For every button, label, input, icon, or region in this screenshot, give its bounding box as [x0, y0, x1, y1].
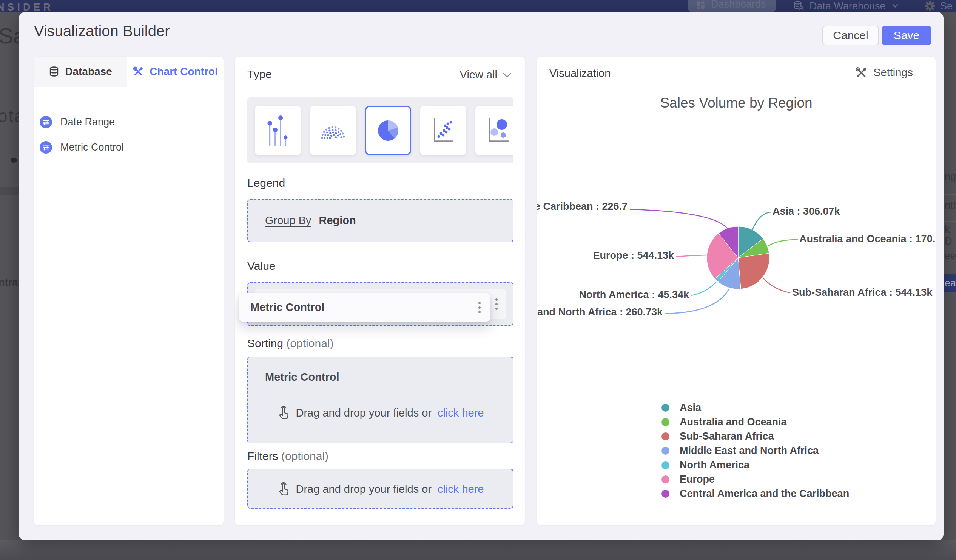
arc-dot-chart-icon	[318, 114, 348, 147]
viz-settings-button[interactable]: Settings	[855, 66, 913, 79]
tab-chart-control[interactable]: Chart Control	[127, 56, 223, 87]
pie-chart-icon	[373, 114, 403, 147]
legend-label: Australia and Oceania	[679, 416, 787, 428]
legend-label: Central America and the Caribbean	[679, 488, 849, 500]
filters-heading: Filters (optional)	[247, 450, 329, 463]
pie-slice-label: Sub-Saharan Africa : 544.13k	[792, 287, 932, 298]
legend-dot	[662, 404, 670, 412]
lollipop-chart-icon	[266, 114, 290, 147]
legend-dot	[662, 475, 670, 483]
legend-item[interactable]: Australia and Oceania	[662, 415, 849, 429]
pie-label-leader	[676, 255, 706, 257]
tab-database-label: Database	[65, 66, 112, 78]
tab-database[interactable]: Database	[34, 56, 127, 87]
legend-item[interactable]: Central America and the Caribbean	[662, 486, 849, 501]
kebab-icon[interactable]	[478, 302, 481, 313]
drag-hand-icon	[277, 482, 290, 496]
tune-icon	[40, 141, 52, 154]
sorting-drop-zone[interactable]: Metric Control Drag and drop your fields…	[247, 357, 514, 443]
gear-icon	[924, 0, 936, 12]
legend-item[interactable]: Europe	[662, 472, 849, 486]
chart-type-pie[interactable]	[365, 106, 411, 155]
legend-dot	[662, 461, 670, 469]
left-panel: Database Chart Control	[34, 56, 223, 525]
dragged-field-card[interactable]: Metric Control	[239, 293, 491, 322]
visualization-builder-modal: Visualization Builder Cancel Save Databa…	[19, 12, 943, 540]
chart-type-lollipop[interactable]	[255, 106, 301, 155]
dropdown-item[interactable]: k D	[945, 224, 956, 247]
scatter-plot-icon	[429, 114, 458, 147]
dashboards-icon	[695, 0, 706, 10]
pie-slice-label: North America : 45.34k	[579, 289, 689, 300]
pie-chart: Asia : 306.07kAustralia and Oceania : 17…	[537, 87, 936, 373]
nav-settings-button[interactable]: Se	[924, 0, 953, 12]
pie-label-leader	[768, 240, 797, 246]
nav-dashboards-button[interactable]: Dashboards	[688, 0, 776, 13]
visualization-heading: Visualization	[549, 67, 610, 80]
dropdown-separator	[943, 195, 956, 195]
dropdown-separator	[943, 221, 956, 221]
legend-item[interactable]: Middle East and North Africa	[662, 443, 849, 458]
kebab-icon[interactable]	[495, 298, 498, 310]
chart-type-arc[interactable]	[310, 106, 356, 155]
pie-label-leader	[764, 279, 790, 293]
dimmed-page-left: Sal ota ntral	[0, 13, 19, 560]
legend-dot	[662, 433, 670, 440]
legend-item[interactable]: Asia	[662, 400, 849, 415]
chart-type-bubble[interactable]	[475, 106, 514, 155]
type-heading: Type	[247, 68, 272, 81]
view-all-button[interactable]: View all	[460, 69, 512, 81]
left-panel-tabs: Database Chart Control	[34, 56, 223, 87]
dropdown-item-selected[interactable]: ear	[943, 274, 956, 292]
dropdown-item[interactable]: nth	[945, 200, 956, 211]
legend-dot	[662, 418, 670, 426]
drag-hand-icon	[277, 406, 290, 420]
dimmed-label: ntral	[0, 277, 21, 288]
cancel-button[interactable]: Cancel	[822, 26, 879, 45]
pie-slice-label: Central America and the Caribbean : 226.…	[537, 201, 627, 212]
chevron-down-icon	[891, 0, 899, 10]
pie-slice-label: Middle East and North Africa : 260.73k	[537, 306, 663, 318]
group-by-label[interactable]: Group By	[265, 214, 311, 227]
chart-type-scatter[interactable]	[420, 106, 466, 155]
pie-label-leader	[753, 212, 771, 229]
nav-data-warehouse-button[interactable]: Data Warehouse	[793, 0, 899, 13]
legend-item[interactable]: Sub-Saharan Africa	[662, 429, 849, 443]
sorting-field-label: Metric Control	[265, 371, 340, 383]
group-by-field: Region	[319, 214, 356, 227]
filters-drop-zone[interactable]: Drag and drop your fields or click here	[247, 469, 514, 509]
legend-label: Middle East and North Africa	[679, 445, 819, 456]
pie-slice[interactable]	[738, 253, 769, 289]
nav-dashboards-label: Dashboards	[711, 0, 766, 10]
chart-legend: AsiaAustralia and OceaniaSub-Saharan Afr…	[662, 400, 849, 501]
dropdown-separator	[943, 246, 956, 246]
legend-drop-zone[interactable]: Group By Region	[247, 199, 514, 242]
click-here-link[interactable]: click here	[438, 483, 484, 496]
save-button[interactable]: Save	[882, 26, 931, 45]
dropdown-item[interactable]: eek	[945, 250, 956, 262]
sorting-drop-hint: Drag and drop your fields or click here	[248, 406, 513, 420]
data-warehouse-icon	[793, 0, 804, 12]
app-logo: NSIDER	[0, 2, 53, 13]
dimmed-page-footer	[0, 540, 956, 560]
optional-label: (optional)	[286, 337, 333, 350]
click-here-link[interactable]: click here	[438, 407, 484, 419]
list-item-date-range[interactable]: Date Range	[40, 110, 223, 135]
dimmed-bullet	[11, 158, 17, 163]
chevron-down-icon	[503, 72, 512, 78]
drop-text: Drag and drop your fields or	[296, 483, 432, 496]
chart-config-panel: Type View all	[235, 56, 525, 525]
legend-label: Sub-Saharan Africa	[679, 431, 774, 442]
dropdown-item[interactable]: nge	[945, 171, 956, 183]
chart-type-strip	[247, 97, 514, 163]
tab-chart-control-label: Chart Control	[149, 66, 217, 78]
list-item-metric-control[interactable]: Metric Control	[40, 135, 223, 160]
sorting-heading: Sorting (optional)	[247, 337, 333, 350]
tune-icon	[40, 116, 52, 128]
value-heading: Value	[247, 260, 276, 273]
list-item-label: Date Range	[60, 116, 115, 128]
legend-label: North America	[679, 459, 750, 471]
pie-slice-label: Australia and Oceania : 170.04k	[799, 233, 936, 245]
legend-item[interactable]: North America	[662, 458, 849, 472]
settings-tools-icon	[855, 67, 867, 79]
